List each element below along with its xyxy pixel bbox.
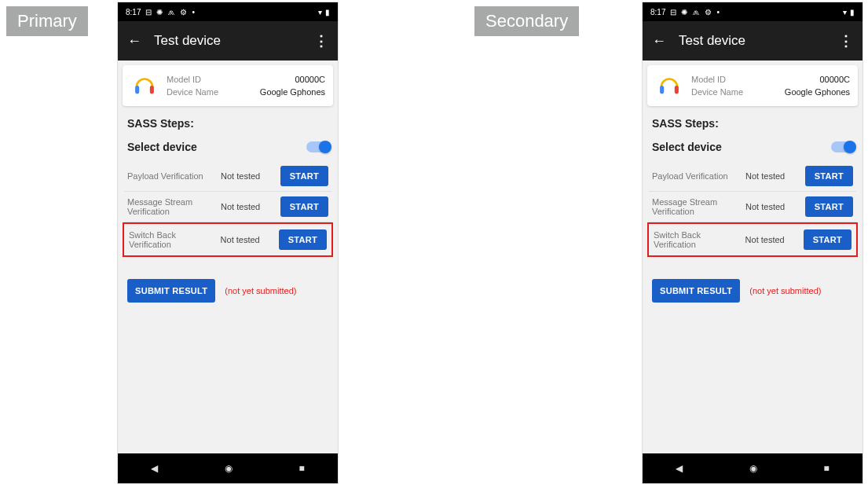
nav-bar: ◀ ◉ ■ (643, 453, 863, 483)
svg-rect-1 (150, 86, 154, 94)
more-icon[interactable]: ⋮ (839, 32, 853, 50)
status-time: 8:17 (650, 8, 665, 17)
status-icon: • (192, 8, 195, 17)
sass-steps-title: SASS Steps: (652, 117, 853, 130)
phone-secondary: 8:17 ⊟ ✺ ⩕ ⚙ • ▾ ▮ ← Test device ⋮ Model… (642, 2, 863, 484)
nav-home-icon[interactable]: ◉ (749, 463, 757, 474)
nav-recent-icon[interactable]: ■ (823, 463, 829, 474)
start-button-switchback[interactable]: START (804, 229, 852, 250)
test-name: Message Stream Verification (127, 197, 216, 216)
status-icon: ⚙ (180, 8, 187, 17)
select-device-toggle[interactable] (831, 141, 853, 152)
device-card: Model ID 00000C Device Name Google Gphon… (123, 65, 333, 106)
select-device-toggle[interactable] (306, 141, 328, 152)
app-bar: ← Test device ⋮ (118, 21, 338, 61)
phone-primary: 8:17 ⊟ ✺ ⩕ ⚙ • ▾ ▮ ← Test device ⋮ Model… (117, 2, 339, 484)
test-status: Not tested (745, 235, 799, 244)
nav-recent-icon[interactable]: ■ (298, 463, 304, 474)
device-name-label: Device Name (167, 87, 218, 97)
submit-result-button[interactable]: SUBMIT RESULT (127, 279, 215, 303)
test-row-payload: Payload Verification Not tested START (124, 161, 331, 192)
status-icon: ⩕ (692, 8, 700, 17)
app-bar: ← Test device ⋮ (643, 21, 863, 61)
wifi-icon: ▾ (843, 8, 847, 17)
test-name: Payload Verification (652, 171, 741, 181)
headphones-icon (655, 72, 683, 100)
model-id-value: 00000C (295, 75, 325, 84)
test-row-msgstream: Message Stream Verification Not tested S… (124, 192, 331, 222)
submit-result-button[interactable]: SUBMIT RESULT (652, 279, 740, 303)
select-device-label: Select device (127, 141, 197, 153)
label-primary: Primary (6, 6, 88, 36)
test-status: Not tested (745, 171, 800, 181)
status-icon: ✺ (681, 8, 687, 17)
device-name-label: Device Name (691, 87, 743, 97)
nav-home-icon[interactable]: ◉ (225, 463, 233, 474)
device-name-value: Google Gphones (785, 87, 850, 97)
headphones-icon (130, 72, 159, 100)
status-icon: • (716, 8, 720, 17)
test-row-payload: Payload Verification Not tested START (649, 161, 856, 192)
test-status: Not tested (221, 171, 276, 181)
status-time: 8:17 (126, 8, 141, 17)
device-card: Model ID 00000C Device Name Google Gphon… (647, 65, 858, 106)
submit-status: (not yet submitted) (225, 286, 296, 295)
highlight-switchback: Switch Back Verification Not tested STAR… (647, 222, 858, 257)
status-bar: 8:17 ⊟ ✺ ⩕ ⚙ • ▾ ▮ (118, 2, 338, 21)
battery-icon: ▮ (850, 8, 855, 17)
status-icon: ⚙ (705, 8, 712, 17)
label-secondary: Secondary (474, 6, 579, 36)
status-icon: ✺ (156, 8, 163, 17)
status-bar: 8:17 ⊟ ✺ ⩕ ⚙ • ▾ ▮ (643, 2, 863, 21)
nav-bar: ◀ ◉ ■ (118, 453, 338, 483)
app-title: Test device (154, 33, 302, 49)
test-status: Not tested (221, 235, 274, 244)
highlight-switchback: Switch Back Verification Not tested STAR… (123, 222, 333, 257)
test-status: Not tested (221, 202, 276, 211)
test-name: Switch Back Verification (129, 230, 216, 249)
start-button-switchback[interactable]: START (279, 229, 327, 250)
test-row-switchback: Switch Back Verification Not tested STAR… (649, 224, 856, 255)
test-name: Payload Verification (127, 171, 216, 181)
battery-icon: ▮ (325, 8, 330, 17)
test-name: Switch Back Verification (654, 230, 741, 249)
nav-back-icon[interactable]: ◀ (151, 463, 158, 474)
model-id-value: 00000C (819, 75, 850, 84)
test-status: Not tested (745, 202, 800, 211)
svg-rect-2 (660, 86, 664, 94)
back-icon[interactable]: ← (652, 33, 666, 50)
model-id-label: Model ID (167, 75, 201, 84)
start-button-payload[interactable]: START (805, 166, 853, 186)
status-icon: ⊟ (670, 8, 676, 17)
status-icon: ⊟ (145, 8, 152, 17)
model-id-label: Model ID (691, 75, 726, 84)
svg-rect-0 (135, 86, 139, 94)
test-row-msgstream: Message Stream Verification Not tested S… (649, 192, 856, 222)
submit-status: (not yet submitted) (749, 286, 821, 295)
svg-rect-3 (675, 86, 679, 94)
sass-steps-title: SASS Steps: (127, 117, 328, 130)
nav-back-icon[interactable]: ◀ (676, 463, 683, 474)
back-icon[interactable]: ← (127, 33, 141, 50)
test-row-switchback: Switch Back Verification Not tested STAR… (124, 224, 331, 255)
start-button-payload[interactable]: START (280, 166, 328, 186)
start-button-msgstream[interactable]: START (280, 196, 328, 217)
select-device-label: Select device (652, 141, 722, 153)
test-name: Message Stream Verification (652, 197, 741, 216)
device-name-value: Google Gphones (260, 87, 325, 97)
status-icon: ⩕ (167, 8, 175, 17)
more-icon[interactable]: ⋮ (314, 32, 328, 50)
app-title: Test device (679, 33, 826, 49)
wifi-icon: ▾ (318, 8, 322, 17)
start-button-msgstream[interactable]: START (805, 196, 853, 217)
